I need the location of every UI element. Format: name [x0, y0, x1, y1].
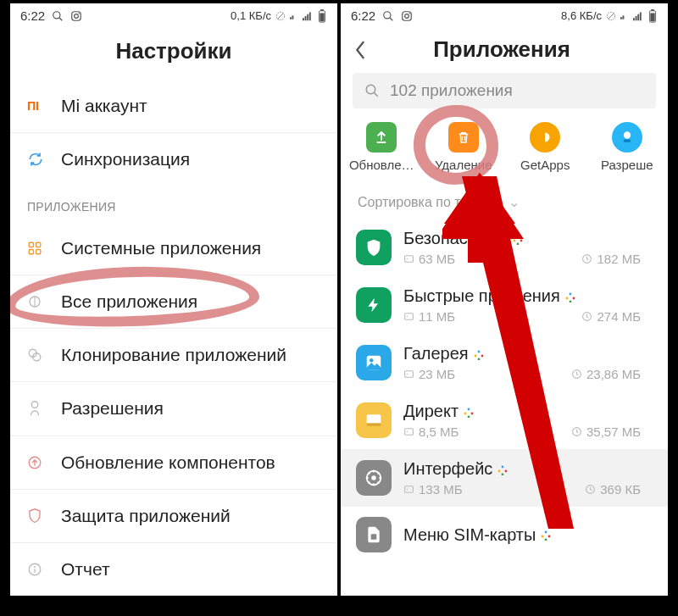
svg-rect-11: [307, 14, 308, 20]
instagram-icon: [401, 10, 413, 22]
app-data: 182 МБ: [581, 252, 641, 266]
search-icon: [52, 10, 64, 22]
app-icon: [356, 517, 392, 552]
row-label: Системные приложения: [61, 237, 320, 259]
app-storage: 133 МБ: [403, 482, 463, 497]
row-label: Mi аккаунт: [61, 95, 320, 117]
row-mi-account[interactable]: ΠI Mi аккаунт: [10, 80, 337, 132]
search-icon: [382, 10, 394, 22]
app-icon: [356, 345, 392, 380]
back-button[interactable]: [354, 41, 383, 59]
svg-point-88: [498, 469, 501, 472]
app-row[interactable]: Безопасно ть 63 МБ 182 МБ: [341, 219, 668, 276]
search-icon: [364, 83, 380, 98]
svg-point-0: [53, 11, 60, 18]
svg-rect-15: [320, 13, 324, 21]
action-uninstall[interactable]: Удаление: [425, 122, 502, 172]
row-clone-apps[interactable]: Клонирование приложений: [10, 328, 337, 381]
getapps-icon: [530, 122, 560, 153]
app-data: 274 МБ: [581, 309, 641, 324]
svg-rect-91: [405, 486, 414, 493]
search-input[interactable]: 102 приложения: [353, 73, 656, 108]
info-icon: [27, 562, 61, 577]
action-getapps[interactable]: GetApps: [507, 122, 583, 172]
svg-rect-7: [290, 17, 292, 19]
row-update-components[interactable]: Обновление компонентов: [10, 436, 337, 489]
update-icon: [27, 455, 61, 470]
svg-rect-94: [371, 534, 377, 540]
app-storage: 11 МБ: [403, 309, 455, 324]
no-sim-icon: [605, 10, 617, 22]
action-label: GetApps: [520, 158, 570, 172]
row-all-apps[interactable]: Все приложения: [10, 275, 337, 328]
svg-point-98: [545, 539, 547, 541]
search-placeholder: 102 приложения: [390, 81, 513, 100]
app-name: Быстрые пр ожения: [403, 286, 653, 306]
battery-icon: [317, 9, 327, 23]
svg-rect-8: [292, 15, 294, 19]
app-row[interactable]: Директ 8,5 МБ 35,57 МБ: [341, 391, 668, 449]
action-permissions[interactable]: Разреше: [589, 122, 665, 172]
svg-point-78: [468, 408, 470, 410]
circle-icon: [27, 294, 61, 309]
action-updates[interactable]: Обновле…: [343, 122, 420, 172]
row-label: Синхронизация: [61, 148, 320, 170]
settings-screen: 6:22 0,1 КБ/с: [10, 3, 337, 596]
battery-icon: [647, 9, 658, 23]
permissions-icon: [612, 122, 642, 153]
action-label: Обновле…: [349, 158, 414, 172]
permissions-icon: [27, 400, 61, 417]
status-bar: 6:22 8,6 КБ/с: [341, 3, 668, 26]
signal-icon: [302, 11, 314, 21]
mi-icon: ΠI: [27, 99, 61, 113]
row-report[interactable]: Отчет: [10, 542, 337, 596]
svg-point-62: [572, 297, 575, 299]
app-row[interactable]: Меню SIM-карты: [341, 507, 668, 563]
svg-rect-39: [636, 16, 637, 20]
row-label: Все приложения: [61, 291, 320, 313]
svg-rect-44: [650, 13, 654, 21]
svg-rect-9: [303, 18, 304, 20]
app-icon: [356, 287, 392, 323]
colordots-icon: [513, 235, 521, 243]
status-time: 6:22: [20, 8, 45, 23]
svg-line-1: [59, 17, 63, 20]
svg-point-33: [409, 13, 410, 14]
row-system-apps[interactable]: Системные приложения: [10, 222, 337, 275]
row-label: Отчет: [61, 558, 320, 580]
signal-small-icon: [620, 11, 629, 21]
svg-rect-73: [405, 371, 414, 378]
row-sync[interactable]: Синхронизация: [10, 132, 337, 186]
svg-rect-36: [620, 17, 622, 19]
app-meta: 63 МБ 182 МБ: [403, 252, 641, 266]
app-row[interactable]: Интерфейс 133 МБ 369 КБ: [341, 449, 668, 507]
app-meta: 11 МБ 274 МБ: [403, 309, 641, 324]
sort-dropdown[interactable]: Сортировка по тоянию ⌄: [341, 179, 668, 219]
page-title: Настройки: [10, 26, 337, 80]
sort-label: Сортировка по тоянию: [358, 195, 501, 209]
svg-rect-77: [367, 423, 381, 425]
app-name: Интерфейс: [403, 459, 653, 479]
svg-point-60: [569, 292, 571, 295]
signal-small-icon: [290, 11, 298, 21]
row-label: Обновление компонентов: [61, 452, 320, 474]
app-row[interactable]: Галерея 23 МБ 23,86 МБ: [341, 334, 668, 391]
status-net: 0,1 КБ/с: [231, 9, 271, 22]
action-row: Обновле… Удаление GetApps Разреше: [341, 117, 668, 179]
row-permissions[interactable]: Разрешения: [10, 381, 337, 435]
svg-point-61: [565, 297, 568, 299]
grid-icon: [27, 241, 61, 256]
svg-rect-41: [640, 12, 642, 20]
svg-point-80: [471, 412, 474, 414]
row-app-protection[interactable]: Защита приложений: [10, 489, 337, 542]
app-row[interactable]: Быстрые пр ожения 11 МБ 274 МБ: [341, 276, 668, 334]
svg-line-46: [374, 92, 378, 97]
svg-line-30: [390, 17, 393, 20]
svg-point-95: [545, 531, 547, 534]
svg-point-81: [468, 415, 470, 417]
svg-point-27: [34, 566, 36, 568]
svg-rect-37: [623, 15, 625, 19]
app-list: Безопасно ть 63 МБ 182 МББыстрые пр ожен…: [341, 219, 668, 563]
svg-point-58: [407, 258, 408, 260]
svg-point-54: [514, 239, 516, 241]
